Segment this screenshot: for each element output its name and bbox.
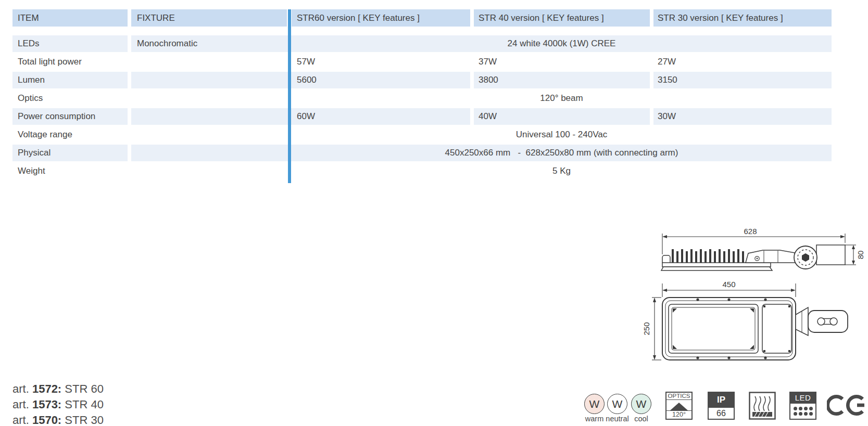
table-row-leds: LEDs Monochromatic 24 white 4000k (1W) C… xyxy=(12,35,832,52)
dim-height-label: 80 xyxy=(856,251,865,260)
optics-badge: OPTICS 120° xyxy=(665,392,693,420)
cell-item: Lumen xyxy=(12,72,128,88)
ip-rating-badge: IP 66 xyxy=(708,392,735,420)
table-row-lumen: Lumen 5600 3800 3150 xyxy=(12,72,832,88)
dim-length-label: 628 xyxy=(744,227,757,236)
cell-item: LEDs xyxy=(12,35,128,52)
dim-depth-label: 250 xyxy=(642,322,651,335)
color-temp-warm-icon: W warm xyxy=(584,394,605,414)
cell-str30: 30W xyxy=(653,108,832,125)
cell-item: Weight xyxy=(12,163,128,179)
cell-str30: 3150 xyxy=(653,72,832,88)
table-row-voltage-range: Voltage range Universal 100 - 240Vac xyxy=(12,126,832,143)
ip-label: IP xyxy=(708,392,735,408)
cell-fixture: Monochromatic xyxy=(131,35,287,52)
article-list: art. 1572: STR 60 art. 1573: STR 40 art.… xyxy=(12,381,104,426)
cell-span-value: 24 white 4000k (1W) CREE xyxy=(292,35,832,52)
table-row-total-light-power: Total light power 57W 37W 27W xyxy=(12,54,832,70)
cell-span-value: 5 Kg xyxy=(292,163,832,179)
article-model: STR 60 xyxy=(65,382,104,395)
cell-span-value: 120° beam xyxy=(292,90,832,107)
spec-table: ITEM FIXTURE STR60 version [ KEY feature… xyxy=(12,9,832,181)
header-item: ITEM xyxy=(12,9,128,27)
cell-item: Optics xyxy=(12,90,128,107)
cell-item: Total light power xyxy=(12,54,128,70)
heat-dissipation-icon xyxy=(749,392,776,422)
datasheet-page: ITEM FIXTURE STR60 version [ KEY feature… xyxy=(0,0,868,426)
cell-item: Voltage range xyxy=(12,126,128,143)
cell-span-value: Universal 100 - 240Vac xyxy=(292,126,832,143)
color-temp-neutral-icon: W neutral xyxy=(607,394,627,414)
cell-str40: 3800 xyxy=(474,72,650,88)
cell-str60: 5600 xyxy=(292,72,470,88)
cell-item: Physical xyxy=(12,145,128,161)
table-row-physical: Physical 450x250x66 mm - 628x250x80 mm (… xyxy=(12,145,832,161)
article-line: art. 1572: STR 60 xyxy=(12,381,104,397)
table-row-optics: Optics 120° beam xyxy=(12,90,832,107)
table-row-weight: Weight 5 Kg xyxy=(12,163,832,179)
color-temp-cool-icon: W cool xyxy=(631,394,651,414)
article-code: 1572: xyxy=(32,382,61,395)
beam-triangle-icon xyxy=(670,403,688,410)
table-row-power-consumption: Power consumption 60W 40W 30W xyxy=(12,108,832,125)
article-code: 1573: xyxy=(32,398,61,411)
header-str40: STR 40 version [ KEY features ] xyxy=(474,9,650,27)
led-label: LED xyxy=(789,392,816,404)
color-temp-neutral-label: neutral xyxy=(606,415,628,423)
header-str60: STR60 version [ KEY features ] xyxy=(292,9,470,27)
article-model: STR 30 xyxy=(65,414,104,426)
cell-str60: 57W xyxy=(292,54,470,70)
article-line: art. 1573: STR 40 xyxy=(12,397,104,412)
color-temp-warm-label: warm xyxy=(585,415,603,423)
table-header-row: ITEM FIXTURE STR60 version [ KEY feature… xyxy=(12,9,832,27)
cell-str30: 27W xyxy=(653,54,832,70)
heatsink-fins xyxy=(672,249,744,263)
cell-span-value: 450x250x66 mm - 628x250x80 mm (with conn… xyxy=(292,145,832,161)
cell-str60: 60W xyxy=(292,108,470,125)
article-line: art. 1570: STR 30 xyxy=(12,412,104,426)
cell-item: Power consumption xyxy=(12,108,128,125)
optics-angle: 120° xyxy=(672,411,686,419)
led-badge: LED xyxy=(789,392,816,420)
cell-str40: 40W xyxy=(474,108,650,125)
ip-value: 66 xyxy=(708,408,735,420)
optics-title: OPTICS xyxy=(666,393,691,400)
header-str30: STR 30 version [ KEY features ] xyxy=(653,9,832,27)
cell-merged: 450x250x66 mm - 628x250x80 mm (with conn… xyxy=(131,145,832,161)
accent-divider-line xyxy=(288,9,291,183)
dim-width-label: 450 xyxy=(722,280,735,289)
cell-str40: 37W xyxy=(474,54,650,70)
color-temp-cool-label: cool xyxy=(634,415,648,423)
led-dots-icon xyxy=(789,404,816,420)
ce-mark-icon xyxy=(827,390,866,422)
technical-drawing: 628 xyxy=(640,211,868,367)
header-fixture: FIXTURE xyxy=(131,9,287,27)
article-model: STR 40 xyxy=(65,398,104,411)
article-code: 1570: xyxy=(32,414,61,426)
